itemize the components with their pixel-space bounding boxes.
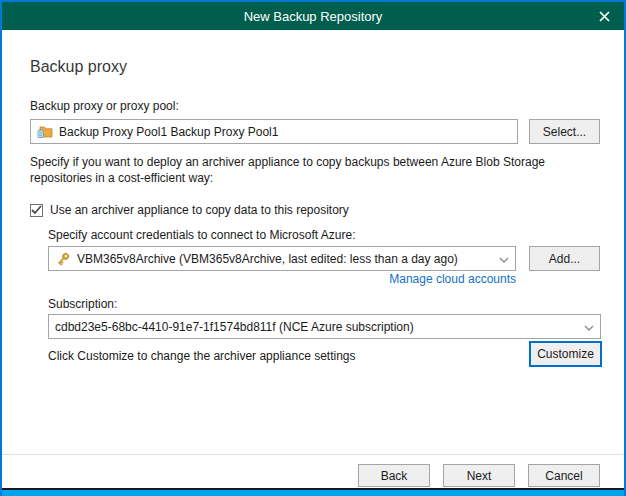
proxy-pool-icon: [37, 124, 53, 140]
titlebar: New Backup Repository: [2, 2, 624, 30]
customize-button[interactable]: Customize: [529, 341, 602, 367]
subscription-value: cdbd23e5-68bc-4410-91e7-1f1574bd811f (NC…: [55, 320, 414, 334]
add-button[interactable]: Add...: [529, 246, 600, 271]
proxy-pool-label: Backup proxy or proxy pool:: [30, 99, 179, 113]
archiver-checkbox[interactable]: [30, 204, 43, 217]
archiver-checkbox-row: Use an archiver appliance to copy data t…: [30, 203, 349, 217]
new-backup-repository-dialog: New Backup Repository Backup proxy Backu…: [0, 0, 626, 496]
select-button[interactable]: Select...: [529, 119, 600, 144]
checkmark-icon: [31, 205, 42, 215]
subscription-dropdown[interactable]: cdbd23e5-68bc-4410-91e7-1f1574bd811f (NC…: [48, 314, 601, 339]
key-icon: [55, 251, 71, 267]
archiver-description: Specify if you want to deploy an archive…: [30, 154, 606, 186]
credentials-dropdown[interactable]: VBM365v8Archive (VBM365v8Archive, last e…: [48, 246, 516, 271]
chevron-down-icon[interactable]: [584, 320, 594, 334]
back-button[interactable]: Back: [358, 464, 430, 487]
chevron-down-icon[interactable]: [499, 252, 509, 266]
close-icon[interactable]: [584, 2, 624, 30]
next-button[interactable]: Next: [443, 464, 515, 487]
cancel-button[interactable]: Cancel: [528, 464, 600, 487]
page-title: Backup proxy: [30, 58, 127, 76]
window-title: New Backup Repository: [244, 9, 383, 24]
window-bottom-strip: [2, 490, 624, 496]
subscription-label: Subscription:: [48, 297, 117, 311]
credentials-label: Specify account credentials to connect t…: [48, 228, 356, 242]
proxy-pool-field[interactable]: Backup Proxy Pool1 Backup Proxy Pool1: [30, 119, 518, 144]
archiver-checkbox-label: Use an archiver appliance to copy data t…: [50, 203, 349, 217]
footer-divider: [2, 454, 624, 455]
proxy-pool-value: Backup Proxy Pool1 Backup Proxy Pool1: [59, 125, 278, 139]
credentials-value: VBM365v8Archive (VBM365v8Archive, last e…: [77, 252, 458, 266]
manage-cloud-accounts-link[interactable]: Manage cloud accounts: [48, 272, 516, 286]
customize-hint: Click Customize to change the archiver a…: [48, 349, 356, 363]
